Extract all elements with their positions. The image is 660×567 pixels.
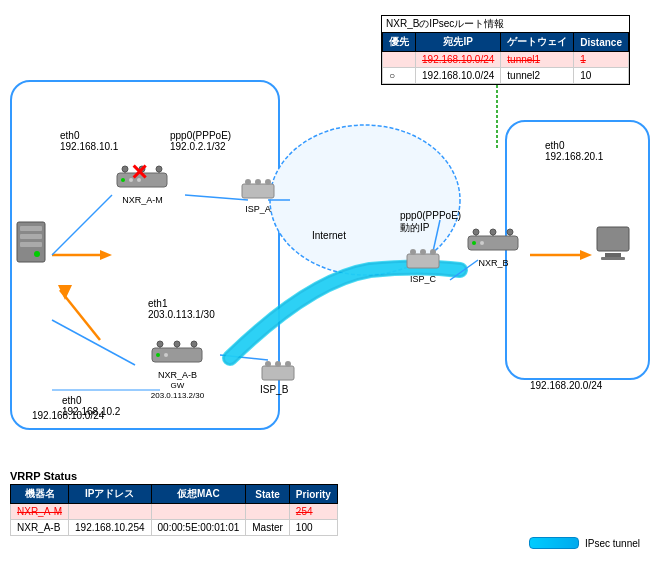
nxr-b-label: NXR_B: [466, 258, 521, 268]
vrrp-header-name: 機器名: [11, 485, 69, 504]
svg-rect-57: [20, 226, 42, 231]
svg-point-41: [472, 241, 476, 245]
network-diagram: NXR_BのIPsecルート情報 優先 宛先IP ゲートウェイ Distance…: [0, 0, 660, 460]
nxr-a-m-eth0-label: eth0192.168.10.1: [60, 130, 118, 152]
svg-point-54: [275, 361, 281, 367]
route-table: NXR_BのIPsecルート情報 優先 宛先IP ゲートウェイ Distance…: [381, 15, 630, 85]
svg-point-46: [191, 341, 197, 347]
svg-point-27: [245, 179, 251, 185]
rt-gw-1: tunnel1: [501, 52, 574, 68]
route-table-title: NXR_BのIPsecルート情報: [382, 16, 629, 32]
ipsec-legend-label: IPsec tunnel: [585, 538, 640, 549]
svg-rect-58: [20, 234, 42, 239]
vrrp-section: VRRP Status 機器名 IPアドレス 仮想MAC State Prior…: [10, 470, 338, 559]
pc-device: [595, 225, 631, 265]
vrrp-header-mac: 仮想MAC: [151, 485, 246, 504]
svg-point-35: [473, 229, 479, 235]
route-row-2: ○ 192.168.10.0/24 tunnel2 10: [383, 68, 629, 84]
route-row-1: 192.168.10.0/24 tunnel1 1: [383, 52, 629, 68]
isp-c-label: ISP_C: [405, 274, 441, 284]
svg-rect-26: [242, 184, 274, 198]
svg-point-44: [157, 341, 163, 347]
vrrp-state-2: Master: [246, 520, 290, 536]
svg-point-28: [255, 179, 261, 185]
rt-header-dest: 宛先IP: [416, 33, 501, 52]
left-subnet-label: 192.168.10.0/24: [32, 410, 104, 421]
isp-a-device: ISP_A: [240, 178, 276, 214]
rt-header-distance: Distance: [574, 33, 629, 52]
svg-point-23: [121, 178, 125, 182]
svg-point-53: [265, 361, 271, 367]
svg-point-32: [420, 249, 426, 255]
vrrp-ip-2: 192.168.10.254: [69, 520, 152, 536]
nxr-a-b-eth1-label: eth1203.0.113.1/30: [148, 298, 215, 320]
svg-rect-62: [605, 253, 621, 257]
rt-header-priority: 優先: [383, 33, 416, 52]
nxr-a-m-ppp0-label: ppp0(PPPoE)192.0.2.1/32: [170, 130, 231, 152]
right-subnet-label: 192.168.20.0/24: [530, 380, 602, 391]
rt-dist-2: 10: [574, 68, 629, 84]
svg-point-37: [507, 229, 513, 235]
left-network-box: [10, 80, 280, 430]
vrrp-header-ip: IPアドレス: [69, 485, 152, 504]
vrrp-priority-1: 254: [289, 504, 337, 520]
svg-point-60: [34, 251, 40, 257]
nxr-a-b-label: NXR_A-BGW203.0.113.2/30: [150, 370, 205, 400]
svg-rect-63: [601, 257, 625, 260]
svg-point-17: [122, 166, 128, 172]
svg-rect-52: [262, 366, 294, 380]
isp-c-device: ISP_C: [405, 248, 441, 284]
rt-gw-2: tunnel2: [501, 68, 574, 84]
vrrp-header-state: State: [246, 485, 290, 504]
vrrp-name-1: NXR_A-M: [11, 504, 69, 520]
svg-point-36: [490, 229, 496, 235]
vrrp-mac-1: [151, 504, 246, 520]
svg-point-55: [285, 361, 291, 367]
ipsec-legend: IPsec tunnel: [529, 537, 640, 549]
rt-dist-1: 1: [574, 52, 629, 68]
isp-a-label: ISP_A: [240, 204, 276, 214]
vrrp-state-1: [246, 504, 290, 520]
nxr-a-m-fail-marker: ✕: [130, 162, 148, 184]
svg-point-33: [430, 249, 436, 255]
svg-point-42: [480, 241, 484, 245]
nxr-b-eth0-label: eth0192.168.20.1: [545, 140, 603, 162]
vrrp-priority-2: 100: [289, 520, 337, 536]
vrrp-header-priority: Priority: [289, 485, 337, 504]
svg-rect-61: [597, 227, 629, 251]
svg-point-51: [164, 353, 168, 357]
vrrp-title: VRRP Status: [10, 470, 338, 482]
svg-rect-59: [20, 242, 42, 247]
rt-dest-2: 192.168.10.0/24: [416, 68, 501, 84]
rt-dest-1: 192.168.10.0/24: [416, 52, 501, 68]
svg-point-19: [156, 166, 162, 172]
svg-point-29: [265, 179, 271, 185]
rt-priority-1: [383, 52, 416, 68]
nxr-b-device: NXR_B: [466, 228, 521, 268]
server-device: [15, 220, 47, 266]
vrrp-mac-2: 00:00:5E:00:01:01: [151, 520, 246, 536]
rt-priority-2: ○: [383, 68, 416, 84]
nxr-a-m-label: NXR_A-M: [115, 195, 170, 205]
svg-rect-30: [407, 254, 439, 268]
vrrp-ip-1: [69, 504, 152, 520]
nxr-a-b-device: NXR_A-BGW203.0.113.2/30: [150, 340, 205, 400]
svg-point-45: [174, 341, 180, 347]
svg-point-50: [156, 353, 160, 357]
vrrp-name-2: NXR_A-B: [11, 520, 69, 536]
rt-header-gateway: ゲートウェイ: [501, 33, 574, 52]
isp-b-device: ISP_B: [260, 360, 296, 395]
vrrp-row-2: NXR_A-B 192.168.10.254 00:00:5E:00:01:01…: [11, 520, 338, 536]
internet-label: Internet: [312, 230, 346, 241]
vrrp-table: 機器名 IPアドレス 仮想MAC State Priority NXR_A-M …: [10, 484, 338, 536]
ipsec-tunnel-icon: [529, 537, 579, 549]
vrrp-row-1: NXR_A-M 254: [11, 504, 338, 520]
svg-point-31: [410, 249, 416, 255]
nxr-b-ppp0-label: ppp0(PPPoE)動的IP: [400, 210, 461, 235]
